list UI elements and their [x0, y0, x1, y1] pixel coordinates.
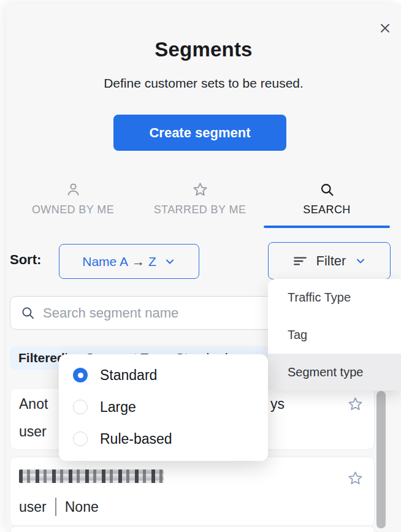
segment-title-fragment: Anot: [19, 396, 48, 412]
tab-bar: OWNED BY ME STARRED BY ME SEARCH: [10, 181, 390, 216]
sort-label: Sort:: [10, 252, 41, 268]
segment-type-popup: Standard Large Rule-based: [59, 354, 268, 461]
menu-item-tag[interactable]: Tag: [268, 316, 401, 354]
radio-checked-icon: [73, 368, 88, 382]
menu-item-traffic-type[interactable]: Traffic Type: [268, 279, 401, 316]
chevron-down-icon: [164, 256, 176, 268]
page-subtitle: Define customer sets to be reused.: [6, 76, 401, 91]
segment-meta: None: [65, 499, 99, 515]
filter-dropdown[interactable]: Filter: [268, 242, 391, 279]
redacted-segment-title: [19, 469, 164, 483]
tab-owned-by-me-label: OWNED BY ME: [32, 203, 114, 216]
create-segment-button[interactable]: Create segment: [113, 115, 286, 151]
active-tab-underline: [264, 226, 390, 228]
segment-row-partial[interactable]: [10, 526, 375, 532]
chevron-down-icon: [354, 255, 367, 267]
meta-divider: [55, 498, 56, 516]
page-title: Segments: [6, 38, 401, 61]
tab-starred-by-me[interactable]: STARRED BY ME: [136, 181, 264, 216]
scrollbar-thumb[interactable]: [376, 391, 386, 528]
menu-item-segment-type[interactable]: Segment type: [268, 354, 401, 390]
radio-label: Standard: [100, 367, 157, 384]
sort-dropdown[interactable]: Name A → Z: [59, 244, 199, 279]
sort-value: Name A: [82, 254, 128, 269]
tab-owned-by-me[interactable]: OWNED BY ME: [10, 181, 136, 216]
filter-lines-icon: [292, 253, 308, 269]
star-toggle-icon[interactable]: [347, 470, 364, 487]
filtered-by-bold: Filtered: [18, 351, 65, 365]
close-button[interactable]: [376, 19, 394, 37]
star-icon: [192, 181, 208, 198]
radio-option-rule-based[interactable]: Rule-based: [59, 423, 268, 455]
radio-unchecked-icon: [73, 400, 88, 414]
filter-menu: Traffic Type Tag Segment type: [268, 279, 401, 390]
radio-label: Large: [100, 399, 136, 416]
sort-arrow-glyph: →: [132, 254, 145, 269]
radio-option-standard[interactable]: Standard: [59, 359, 268, 391]
filter-label: Filter: [316, 253, 346, 269]
tab-starred-by-me-label: STARRED BY ME: [154, 203, 246, 216]
segment-meta: user: [19, 424, 47, 440]
segments-modal: Segments Define customer sets to be reus…: [6, 4, 401, 532]
sort-value-suffix: Z: [148, 254, 156, 269]
person-icon: [65, 181, 82, 198]
close-icon: [379, 22, 391, 34]
radio-unchecked-icon: [73, 431, 88, 446]
tab-search[interactable]: SEARCH: [264, 181, 390, 216]
segment-title-fragment: ys: [270, 396, 285, 412]
search-icon: [20, 305, 36, 321]
radio-option-large[interactable]: Large: [59, 391, 268, 423]
segment-meta: user: [19, 499, 47, 515]
segment-row[interactable]: user None: [10, 457, 375, 526]
search-icon: [319, 181, 335, 198]
star-toggle-icon[interactable]: [347, 396, 364, 412]
tab-search-label: SEARCH: [303, 203, 350, 216]
radio-label: Rule-based: [100, 431, 172, 447]
